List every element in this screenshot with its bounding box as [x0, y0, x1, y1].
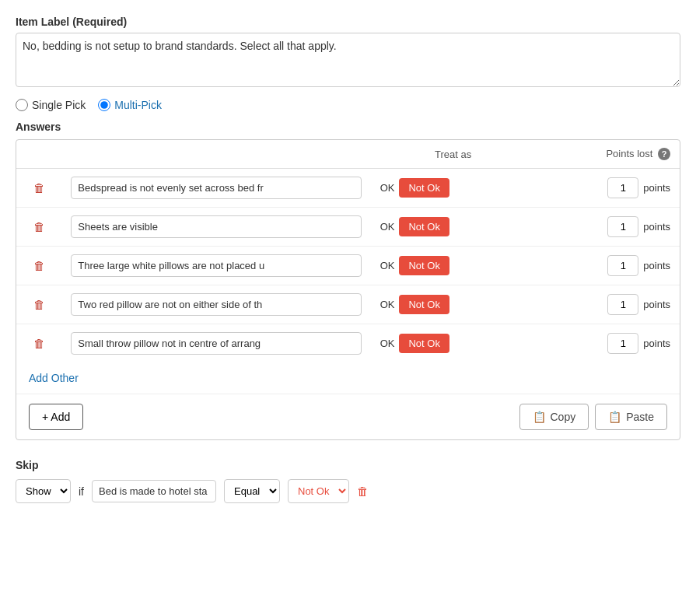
points-label-4: points	[643, 338, 670, 349]
delete-icon-2[interactable]: 🗑	[33, 259, 45, 272]
skip-section: Skip Show if Equal Not Ok 🗑	[16, 459, 680, 503]
points-input-1[interactable]	[607, 216, 638, 237]
answer-input-3[interactable]	[71, 293, 361, 316]
answer-input-2[interactable]	[71, 254, 361, 277]
item-label-input[interactable]: No, bedding is not setup to brand standa…	[16, 33, 680, 87]
paste-button[interactable]: 📋 Paste	[595, 404, 667, 430]
action-row: + Add 📋 Copy 📋 Paste	[16, 394, 680, 439]
ok-label-1: OK	[380, 221, 395, 233]
answer-input-0[interactable]	[71, 177, 361, 199]
table-row: 🗑 OK Not Ok points	[16, 208, 680, 247]
multi-pick-radio[interactable]	[98, 99, 110, 111]
not-ok-button-1[interactable]: Not Ok	[399, 217, 449, 236]
points-label-0: points	[643, 182, 670, 194]
skip-delete-icon[interactable]: 🗑	[357, 485, 369, 498]
skip-equal-select[interactable]: Equal	[224, 479, 280, 503]
table-row: 🗑 OK Not Ok points	[16, 285, 680, 324]
pick-type-row: Single Pick Multi-Pick	[16, 99, 680, 111]
copy-paste-group: 📋 Copy 📋 Paste	[519, 404, 668, 430]
ok-label-0: OK	[380, 182, 395, 194]
skip-row: Show if Equal Not Ok 🗑	[16, 479, 680, 503]
points-input-2[interactable]	[607, 255, 638, 276]
add-other-row: Add Other	[16, 362, 680, 394]
points-input-3[interactable]	[607, 294, 638, 315]
answer-input-1[interactable]	[71, 215, 361, 238]
not-ok-button-0[interactable]: Not Ok	[399, 178, 449, 198]
delete-icon-0[interactable]: 🗑	[33, 181, 45, 194]
ok-label-2: OK	[380, 260, 395, 271]
points-label-3: points	[643, 299, 670, 310]
add-button[interactable]: + Add	[29, 404, 83, 430]
points-label-2: points	[643, 260, 670, 271]
points-label-1: points	[643, 221, 670, 233]
add-button-label: + Add	[42, 411, 70, 423]
copy-icon: 📋	[533, 411, 546, 423]
answers-section: Answers Treat as Points lost ?	[16, 121, 680, 440]
single-pick-radio[interactable]	[16, 99, 28, 111]
ok-label-3: OK	[380, 299, 395, 310]
delete-icon-4[interactable]: 🗑	[33, 337, 45, 350]
points-lost-header: Points lost ?	[536, 140, 680, 169]
delete-icon-1[interactable]: 🗑	[33, 220, 45, 233]
skip-show-select[interactable]: Show	[16, 479, 71, 503]
copy-button-label: Copy	[551, 411, 576, 423]
skip-value-select[interactable]: Not Ok	[288, 479, 349, 503]
table-row: 🗑 OK Not Ok points	[16, 169, 680, 208]
points-input-4[interactable]	[607, 333, 638, 354]
single-pick-option[interactable]: Single Pick	[16, 99, 86, 111]
multi-pick-label: Multi-Pick	[114, 99, 162, 111]
answers-heading: Answers	[16, 121, 680, 133]
copy-button[interactable]: 📋 Copy	[519, 404, 589, 430]
treat-as-header: Treat as	[371, 140, 536, 169]
table-row: 🗑 OK Not Ok points	[16, 324, 680, 363]
points-help-icon: ?	[658, 148, 670, 160]
multi-pick-option[interactable]: Multi-Pick	[98, 99, 162, 111]
not-ok-button-3[interactable]: Not Ok	[399, 295, 449, 314]
skip-if-label: if	[79, 485, 84, 498]
points-input-0[interactable]	[607, 177, 638, 198]
not-ok-button-4[interactable]: Not Ok	[399, 334, 449, 353]
single-pick-label: Single Pick	[32, 99, 86, 111]
skip-heading: Skip	[16, 459, 680, 471]
not-ok-button-2[interactable]: Not Ok	[399, 256, 449, 275]
answers-table: Treat as Points lost ? 🗑 OK Not Ok	[16, 140, 680, 362]
ok-label-4: OK	[380, 338, 395, 349]
add-other-button[interactable]: Add Other	[29, 372, 79, 384]
answer-input-4[interactable]	[71, 332, 361, 355]
item-label-heading: Item Label (Required)	[16, 16, 680, 28]
table-row: 🗑 OK Not Ok points	[16, 247, 680, 285]
delete-icon-3[interactable]: 🗑	[33, 298, 45, 311]
answers-table-wrapper: Treat as Points lost ? 🗑 OK Not Ok	[16, 139, 680, 440]
paste-button-label: Paste	[626, 411, 654, 423]
paste-icon: 📋	[608, 411, 621, 423]
skip-condition-input[interactable]	[92, 480, 216, 502]
item-label-section: Item Label (Required) No, bedding is not…	[16, 16, 680, 89]
